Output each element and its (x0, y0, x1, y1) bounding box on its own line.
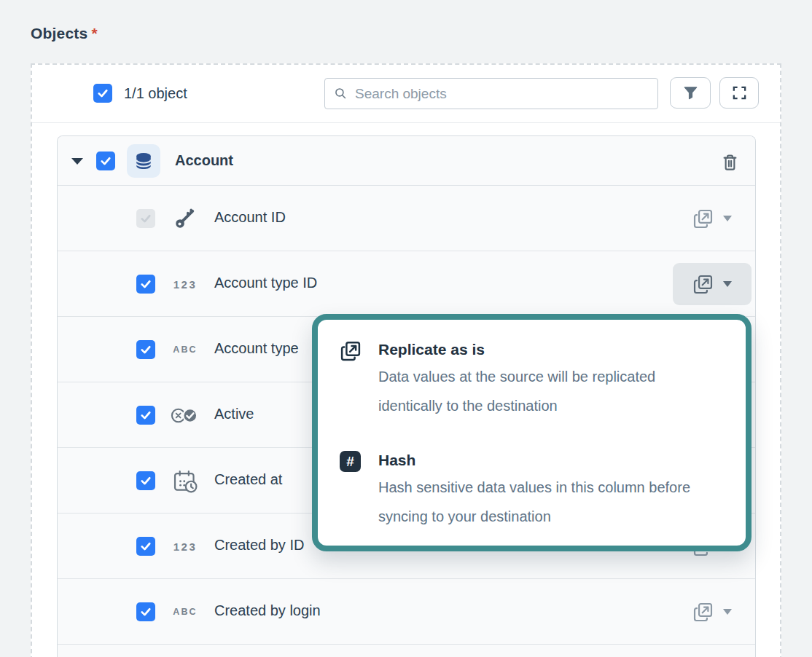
menu-option-replicate-as-is[interactable]: Replicate as is Data values at the sourc… (340, 339, 724, 420)
timestamp-type-icon (160, 468, 211, 493)
expand-icon (731, 84, 748, 101)
field-label: Account type (214, 340, 299, 357)
menu-option-title: Replicate as is (378, 339, 688, 361)
text-type-icon: ABC (160, 599, 211, 624)
check-icon (139, 278, 152, 291)
check-icon (139, 474, 152, 487)
primary-key-icon (160, 206, 211, 231)
expand-button[interactable] (719, 77, 759, 109)
replicate-icon (692, 602, 714, 623)
field-label: Active (214, 406, 254, 422)
field-checkbox[interactable] (136, 471, 155, 490)
select-all-checkbox[interactable] (93, 84, 112, 103)
hash-icon: # (340, 451, 361, 472)
required-asterisk: * (91, 25, 97, 42)
transform-dropdown[interactable] (673, 591, 752, 633)
database-icon (127, 144, 160, 178)
field-label: Created at (214, 471, 282, 488)
check-icon (139, 343, 152, 356)
transform-menu: Replicate as is Data values at the sourc… (312, 314, 752, 551)
search-input[interactable] (355, 86, 649, 102)
chevron-down-icon (723, 609, 732, 615)
selection-summary: 1/1 object (124, 85, 187, 102)
filter-icon (682, 84, 699, 101)
collapse-caret-icon[interactable] (71, 158, 83, 165)
transform-dropdown[interactable] (673, 263, 752, 305)
field-label: Created by login (214, 602, 321, 619)
check-icon (139, 409, 152, 422)
field-label: Account type ID (214, 275, 317, 291)
menu-option-icon (340, 339, 362, 420)
field-checkbox[interactable] (136, 340, 155, 359)
object-row-account: Account (58, 136, 755, 186)
field-checkbox[interactable] (136, 537, 155, 556)
field-label: Account ID (214, 209, 286, 226)
delete-object-button[interactable] (718, 150, 741, 173)
field-checkbox[interactable] (136, 275, 155, 294)
replicate-icon (692, 208, 714, 229)
field-row-account-id: Account ID (58, 186, 755, 251)
text-type-icon: ABC (160, 337, 211, 362)
menu-option-description: Hash sensitive data values in this colum… (378, 473, 703, 531)
transform-dropdown[interactable] (673, 197, 752, 240)
field-checkbox[interactable] (136, 209, 155, 228)
menu-option-hash[interactable]: # Hash Hash sensitive data values in thi… (340, 449, 724, 531)
check-icon (96, 87, 109, 100)
replicate-icon (692, 274, 714, 295)
check-icon (139, 212, 152, 225)
field-row-created-by-login: ABC Created by login (58, 579, 755, 645)
menu-option-description: Data values at the source will be replic… (378, 362, 688, 420)
field-label: Created by ID (214, 537, 304, 554)
check-icon (99, 154, 112, 168)
check-icon (139, 605, 152, 618)
number-type-icon: 123 (160, 272, 211, 296)
page-title-text: Objects (31, 25, 87, 42)
menu-option-title: Hash (378, 449, 703, 471)
field-checkbox[interactable] (136, 602, 155, 621)
object-checkbox[interactable] (96, 152, 115, 170)
toolbar-divider (32, 122, 780, 123)
object-name: Account (175, 152, 233, 169)
menu-option-icon: # (340, 449, 362, 531)
trash-icon (720, 152, 740, 172)
search-box (324, 78, 658, 109)
filter-button[interactable] (670, 77, 711, 109)
replicate-icon (340, 340, 362, 362)
number-type-icon: 123 (160, 534, 211, 559)
boolean-type-icon (160, 403, 211, 428)
check-icon (139, 540, 152, 553)
chevron-down-icon (723, 281, 732, 287)
objects-screen: Objects* 1/1 object Account (0, 0, 812, 657)
chevron-down-icon (723, 216, 732, 221)
field-checkbox[interactable] (136, 406, 155, 425)
page-title: Objects* (31, 25, 98, 42)
search-icon (334, 87, 348, 101)
field-row-account-type-id: 123 Account type ID (58, 251, 755, 317)
